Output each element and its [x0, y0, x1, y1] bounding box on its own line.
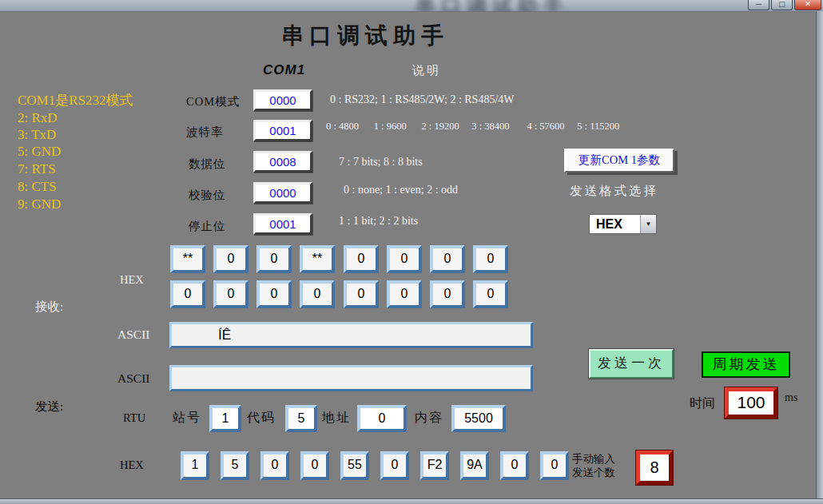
com-mode-desc: 0 : RS232; 1 : RS485/2W; 2 : RS485/4W: [330, 93, 515, 106]
send-ascii-field[interactable]: [169, 365, 533, 391]
content-label: 内容: [415, 410, 443, 427]
manual-input-label-line2: 发送个数: [572, 466, 615, 480]
maximize-button-icon[interactable]: ▢: [771, 0, 793, 10]
com-mode-field[interactable]: 0000: [253, 89, 312, 111]
pin-8-cts: 8: CTS: [18, 179, 57, 195]
manual-input-label-line1: 手动输入: [572, 452, 615, 466]
send-hex-3[interactable]: 0: [260, 451, 289, 480]
page-title: 串口调试助手: [281, 21, 449, 51]
send-hex-6[interactable]: 0: [380, 451, 409, 480]
send-format-value: HEX: [590, 215, 640, 233]
send-hex-5[interactable]: 55: [340, 451, 369, 480]
send-hex-7[interactable]: F2: [420, 451, 449, 480]
data-bits-label: 数据位: [189, 157, 226, 172]
send-hex-8[interactable]: 9A: [460, 451, 489, 480]
stop-bits-label: 停止位: [189, 219, 226, 234]
content-field[interactable]: 5500: [451, 405, 506, 432]
update-com-params-button[interactable]: 更新COM 1参数: [564, 149, 674, 173]
send-ascii-label: ASCII: [117, 371, 149, 386]
parity-desc: 0 : none; 1 : even; 2 : odd: [344, 184, 458, 196]
send-hex-2[interactable]: 5: [221, 451, 249, 480]
recv-hex-r2c8[interactable]: 0: [473, 280, 508, 308]
recv-hex-r1c1[interactable]: **: [170, 245, 205, 273]
stop-bits-desc: 1 : 1 bit; 2 : 2 bits: [339, 215, 418, 228]
send-format-dropdown[interactable]: HEX ▼: [589, 214, 657, 234]
send-hex-4[interactable]: 0: [300, 451, 329, 480]
recv-hex-r1c3[interactable]: 0: [256, 245, 292, 273]
send-hex-1[interactable]: 1: [181, 451, 209, 480]
recv-hex-r2c6[interactable]: 0: [387, 280, 422, 308]
recv-hex-r2c2[interactable]: 0: [213, 280, 248, 308]
recv-hex-r1c7[interactable]: 0: [430, 245, 465, 273]
window-frame-bottom: [0, 498, 823, 504]
station-label: 站号: [173, 410, 201, 427]
time-field[interactable]: 100: [725, 387, 777, 419]
recv-hex-r2c7[interactable]: 0: [430, 280, 465, 308]
recv-hex-r1c4[interactable]: **: [300, 245, 335, 273]
receive-ascii-label: ASCII: [117, 327, 149, 342]
pin-9-gnd: 9: GND: [18, 196, 61, 212]
code-label: 代码: [247, 410, 276, 427]
recv-hex-r1c6[interactable]: 0: [387, 245, 422, 273]
app-window: 串口调试助手 ─ ▢ ✕ 串口调试助手 COM1 说明 COM1是RS232模式…: [0, 0, 823, 504]
com-mode-info: COM1是RS232模式: [18, 91, 133, 109]
baud-rate-desc: 0 : 4800 1 : 9600 2 : 19200 3 : 38400 4 …: [326, 121, 619, 133]
pin-3-txd: 3: TxD: [18, 127, 56, 143]
parity-field[interactable]: 0000: [253, 182, 312, 204]
baud-rate-field[interactable]: 0001: [253, 120, 312, 141]
data-bits-desc: 7 : 7 bits; 8 : 8 bits: [339, 156, 423, 169]
station-field[interactable]: 1: [209, 405, 241, 432]
send-hex-9[interactable]: 0: [500, 451, 529, 480]
send-section-label: 发送:: [35, 399, 63, 415]
recv-hex-r1c5[interactable]: 0: [344, 245, 379, 273]
time-unit-label: ms: [785, 391, 797, 404]
address-label: 地址: [322, 410, 351, 427]
title-bar: 串口调试助手: [0, 0, 823, 12]
time-label: 时间: [690, 395, 715, 412]
close-button-icon[interactable]: ✕: [794, 0, 821, 10]
recv-hex-r2c4[interactable]: 0: [300, 280, 335, 308]
recv-hex-r2c1[interactable]: 0: [170, 280, 205, 308]
recv-hex-r2c5[interactable]: 0: [344, 280, 379, 308]
send-hex-label: HEX: [120, 458, 144, 472]
receive-hex-label: HEX: [120, 273, 144, 287]
send-count-field[interactable]: 8: [636, 450, 673, 485]
data-bits-field[interactable]: 0008: [253, 151, 312, 173]
address-field[interactable]: 0: [357, 405, 407, 432]
description-column-header: 说明: [412, 63, 441, 78]
pin-2-rxd: 2: RxD: [18, 110, 58, 126]
pin-7-rts: 7: RTS: [18, 161, 56, 177]
receive-section-label: 接收:: [35, 299, 63, 315]
recv-hex-r1c2[interactable]: 0: [213, 245, 248, 273]
send-hex-10[interactable]: 0: [540, 451, 569, 480]
com-mode-label: COM模式: [186, 94, 240, 109]
stop-bits-field[interactable]: 0001: [253, 213, 312, 235]
com1-column-header: COM1: [263, 62, 305, 78]
minimize-button-icon[interactable]: ─: [748, 0, 769, 10]
receive-ascii-field[interactable]: ÍÊ: [169, 322, 533, 348]
parity-label: 校验位: [189, 188, 226, 203]
rtu-label: RTU: [123, 411, 145, 425]
code-field[interactable]: 5: [285, 405, 317, 432]
titlebar-glass-reflection: 串口调试助手: [415, 0, 569, 12]
pin-5-gnd: 5: GND: [18, 144, 61, 160]
window-frame-right: [816, 11, 823, 504]
send-once-button[interactable]: 发送一次: [589, 349, 674, 379]
recv-hex-r2c3[interactable]: 0: [256, 280, 292, 308]
cyclic-send-button[interactable]: 周期发送: [702, 351, 790, 378]
send-format-label: 发送格式选择: [570, 183, 658, 200]
chevron-down-icon[interactable]: ▼: [640, 215, 656, 233]
recv-hex-r1c8[interactable]: 0: [473, 245, 508, 273]
baud-rate-label: 波特率: [186, 125, 224, 140]
